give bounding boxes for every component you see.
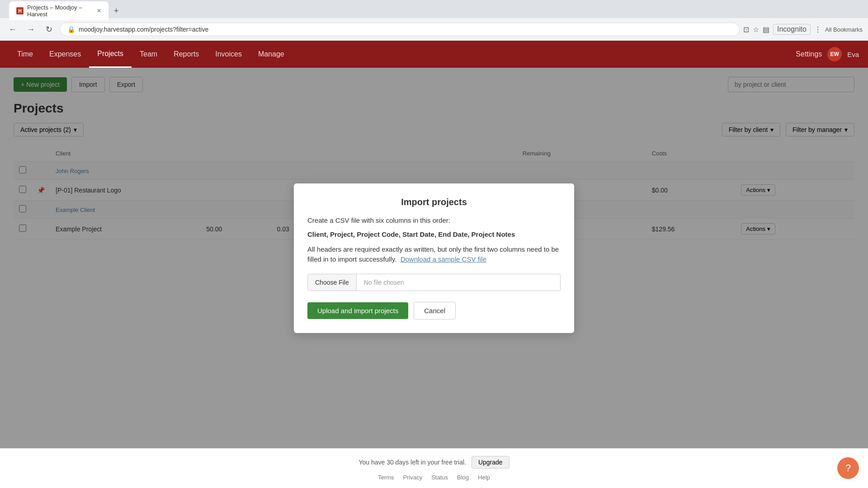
active-tab[interactable]: H Projects – Moodjoy – Harvest ✕ xyxy=(9,1,108,20)
footer-blog-link[interactable]: Blog xyxy=(457,474,469,481)
upgrade-button[interactable]: Upgrade xyxy=(472,456,509,469)
nav-manage[interactable]: Manage xyxy=(250,41,292,68)
footer-privacy-link[interactable]: Privacy xyxy=(403,474,423,481)
bookmark-icon[interactable]: ☆ xyxy=(753,25,759,34)
browser-nav: ← → ↻ 🔒 moodjoy.harvestapp.com/projects?… xyxy=(0,18,868,41)
tab-close-button[interactable]: ✕ xyxy=(97,8,101,14)
address-bar[interactable]: 🔒 moodjoy.harvestapp.com/projects?filter… xyxy=(60,23,740,36)
tab-favicon: H xyxy=(16,7,24,14)
footer: You have 30 days left in your free trial… xyxy=(0,448,868,488)
cancel-button[interactable]: Cancel xyxy=(414,302,456,319)
upload-import-button[interactable]: Upload and import projects xyxy=(307,302,408,319)
modal-note: All headers are required exactly as writ… xyxy=(307,244,561,265)
top-nav: Time Expenses Projects Team Reports Invo… xyxy=(0,41,868,68)
download-sample-link[interactable]: Download a sample CSV file xyxy=(401,255,486,263)
modal-title: Import projects xyxy=(307,197,561,207)
app: Time Expenses Projects Team Reports Invo… xyxy=(0,41,868,488)
nav-extras: ⊡ ☆ ▤ Incognito ⋮ xyxy=(743,24,821,35)
modal-columns: Client, Project, Project Code, Start Dat… xyxy=(307,230,561,238)
nav-time[interactable]: Time xyxy=(9,41,41,68)
nav-right: Settings EW Eva xyxy=(796,47,859,61)
choose-file-button[interactable]: Choose File xyxy=(308,274,357,291)
footer-status-link[interactable]: Status xyxy=(431,474,448,481)
user-name[interactable]: Eva xyxy=(847,51,859,58)
nav-team[interactable]: Team xyxy=(132,41,165,68)
back-button[interactable]: ← xyxy=(5,22,20,37)
modal-actions: Upload and import projects Cancel xyxy=(307,302,561,319)
modal-description: Create a CSV file with six columns in th… xyxy=(307,216,561,224)
menu-icon[interactable]: ⋮ xyxy=(814,25,821,34)
nav-links: Time Expenses Projects Team Reports Invo… xyxy=(9,41,796,68)
browser-chrome: H Projects – Moodjoy – Harvest ✕ + ← → ↻… xyxy=(0,0,868,41)
tab-title: Projects – Moodjoy – Harvest xyxy=(27,4,91,18)
help-button[interactable]: ? xyxy=(837,457,859,479)
bookmarks-label: All Bookmarks xyxy=(825,26,863,33)
forward-button[interactable]: → xyxy=(24,22,38,37)
footer-links: Terms Privacy Status Blog Help xyxy=(7,474,861,481)
page-content: + New project Import Export Projects Act… xyxy=(0,68,868,448)
file-input-row: Choose File No file chosen xyxy=(307,274,561,291)
tab-bar: H Projects – Moodjoy – Harvest ✕ + xyxy=(0,0,868,18)
user-avatar: EW xyxy=(827,47,842,61)
url-text: moodjoy.harvestapp.com/projects?filter=a… xyxy=(79,26,732,33)
help-icon: ? xyxy=(845,462,851,474)
import-modal: Import projects Create a CSV file with s… xyxy=(294,183,574,333)
modal-overlay: Import projects Create a CSV file with s… xyxy=(0,68,868,448)
settings-link[interactable]: Settings xyxy=(796,50,822,58)
sidebar-icon[interactable]: ▤ xyxy=(763,25,769,34)
trial-notice: You have 30 days left in your free trial… xyxy=(7,456,861,469)
nav-reports[interactable]: Reports xyxy=(165,41,207,68)
incognito-badge: Incognito xyxy=(773,24,811,35)
modal-body: Create a CSV file with six columns in th… xyxy=(307,216,561,319)
nav-invoices[interactable]: Invoices xyxy=(207,41,250,68)
footer-terms-link[interactable]: Terms xyxy=(378,474,394,481)
footer-help-link[interactable]: Help xyxy=(478,474,490,481)
nav-expenses[interactable]: Expenses xyxy=(41,41,89,68)
reload-button[interactable]: ↻ xyxy=(42,22,56,37)
new-tab-button[interactable]: + xyxy=(108,4,124,19)
nav-projects[interactable]: Projects xyxy=(89,41,132,68)
lock-icon: 🔒 xyxy=(67,26,75,33)
file-name-display: No file chosen xyxy=(357,274,560,291)
cast-icon[interactable]: ⊡ xyxy=(743,25,749,34)
